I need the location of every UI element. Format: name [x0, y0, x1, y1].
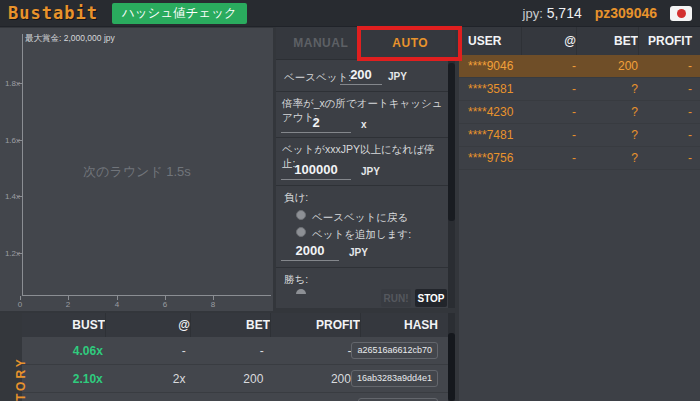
game-chart: 最大賞金: 2,000,000 jpy 1.8x 1.6x 1.4x 1.2x … — [0, 28, 273, 311]
hash-button[interactable]: a26516a6612cb70 — [351, 342, 438, 359]
player-at: - — [521, 124, 576, 146]
x-axis-tick — [68, 296, 69, 300]
history-row: 4.06x - - - a26516a6612cb70 — [22, 337, 448, 365]
player-bet: 200 — [576, 55, 638, 77]
player-bet: ? — [576, 101, 638, 123]
players-table-header: USER @ BET PROFIT — [459, 27, 700, 55]
run-button[interactable]: RUN! — [381, 289, 411, 307]
col-at: @ — [521, 27, 576, 55]
profit-value: 200 — [263, 372, 351, 386]
x-axis-tick — [20, 296, 21, 300]
divider — [276, 185, 448, 186]
bust-value: 2.10x — [22, 372, 103, 386]
col-user: USER — [459, 27, 521, 55]
player-name: ****9046 — [459, 55, 521, 77]
x-tick-label: 0 — [15, 300, 25, 309]
hash-button[interactable]: 16ab3283a9dd4e1 — [351, 370, 438, 387]
player-row[interactable]: ****3581 - ? - — [459, 78, 700, 101]
increase-bet-input[interactable]: 2000 — [281, 243, 339, 261]
divider — [276, 137, 448, 138]
player-bet: ? — [576, 147, 638, 169]
player-profit: - — [638, 78, 700, 100]
player-profit: - — [638, 101, 700, 123]
bust-value: 4.06x — [22, 344, 103, 358]
player-row[interactable]: ****9046 - 200 - — [459, 55, 700, 78]
hash-check-button[interactable]: ハッシュ値チェック — [112, 3, 247, 24]
history-scrollbar-thumb[interactable] — [448, 333, 455, 401]
player-bet: ? — [576, 78, 638, 100]
bet-control-panel: MANUAL AUTO ベースベット: 200 JPY 倍率が_xの所でオートキ… — [276, 27, 455, 308]
player-name: ****7481 — [459, 124, 521, 146]
next-round-countdown: 次のラウンド 1.5s — [22, 163, 252, 181]
tab-auto[interactable]: AUTO — [366, 27, 456, 59]
x-tick-label: 4 — [112, 300, 122, 309]
y-axis-tick — [17, 83, 22, 84]
increase-bet-unit: JPY — [349, 247, 368, 258]
history-row: 2.10x 2x 200 200 16ab3283a9dd4e1 — [22, 365, 448, 393]
stop-condition-input[interactable]: 100000 — [281, 162, 351, 180]
x-axis-tick — [117, 296, 118, 300]
col-bust: BUST — [22, 313, 105, 337]
radio-increase-bet-label[interactable]: ベットを追加します: — [312, 228, 411, 242]
history-tab[interactable]: HISTORY — [0, 313, 22, 401]
top-bar: Bustabit ハッシュ値チェック jpy: 5,714 pz309046 — [0, 0, 700, 27]
player-bet: ? — [576, 124, 638, 146]
y-axis-tick — [17, 196, 22, 197]
player-name: ****4230 — [459, 101, 521, 123]
player-profit: - — [638, 147, 700, 169]
auto-cashout-unit: x — [361, 119, 367, 130]
col-profit: PROFIT — [270, 313, 360, 337]
bet-mode-tabs: MANUAL AUTO — [276, 27, 455, 60]
cashout-at: - — [103, 344, 186, 358]
tab-manual[interactable]: MANUAL — [276, 27, 366, 59]
app-logo: Bustabit — [8, 3, 98, 23]
x-tick-label: 6 — [160, 300, 170, 309]
on-win-label: 勝ち: — [284, 273, 308, 287]
x-tick-label: 2 — [63, 300, 73, 309]
radio-increase-bet[interactable] — [296, 227, 306, 237]
currency-label: jpy: — [523, 6, 543, 21]
radio-on-win-partial[interactable] — [296, 289, 306, 294]
player-at: - — [521, 101, 576, 123]
stop-button[interactable]: STOP — [415, 289, 447, 307]
balance: jpy: 5,714 — [523, 5, 582, 21]
player-at: - — [521, 55, 576, 77]
bet-value: - — [186, 344, 264, 358]
bet-value: 200 — [185, 372, 263, 386]
x-axis-tick — [213, 296, 214, 300]
radio-return-base-bet[interactable] — [296, 210, 306, 220]
player-name: ****3581 — [459, 78, 521, 100]
player-name: ****9756 — [459, 147, 521, 169]
col-profit: PROFIT — [638, 27, 700, 55]
divider — [276, 267, 448, 268]
cashout-at: 2x — [103, 372, 186, 386]
divider — [276, 91, 448, 92]
col-at: @ — [105, 313, 190, 337]
history-row: 1.98x — [22, 393, 448, 401]
history-table: HISTORY BUST @ BET PROFIT HASH 4.06x - -… — [0, 313, 455, 401]
japan-flag-icon[interactable] — [670, 6, 692, 21]
player-row[interactable]: ****7481 - ? - — [459, 124, 700, 147]
topbar-right: jpy: 5,714 pz309046 — [523, 5, 692, 21]
auto-cashout-input[interactable]: 2 — [281, 115, 351, 133]
player-row[interactable]: ****4230 - ? - — [459, 101, 700, 124]
players-table: USER @ BET PROFIT ****9046 - 200 - ****3… — [459, 27, 700, 401]
control-panel-scrollbar-thumb[interactable] — [448, 63, 455, 221]
player-at: - — [521, 78, 576, 100]
col-bet: BET — [576, 27, 638, 55]
x-axis — [22, 295, 271, 296]
player-profit: - — [638, 124, 700, 146]
base-bet-input[interactable]: 200 — [340, 67, 382, 85]
radio-return-base-bet-label[interactable]: ベースベットに戻る — [312, 211, 408, 225]
base-bet-unit: JPY — [388, 71, 407, 82]
max-prize-label: 最大賞金: 2,000,000 jpy — [25, 33, 115, 45]
balance-value: 5,714 — [547, 5, 582, 21]
history-table-header: BUST @ BET PROFIT HASH — [22, 313, 448, 337]
player-row[interactable]: ****9756 - ? - — [459, 147, 700, 170]
x-axis-tick — [165, 296, 166, 300]
on-loss-label: 負け: — [284, 191, 308, 205]
player-profit: - — [638, 55, 700, 77]
username[interactable]: pz309046 — [595, 5, 657, 21]
y-axis-tick — [17, 253, 22, 254]
x-tick-label: 8 — [208, 300, 218, 309]
